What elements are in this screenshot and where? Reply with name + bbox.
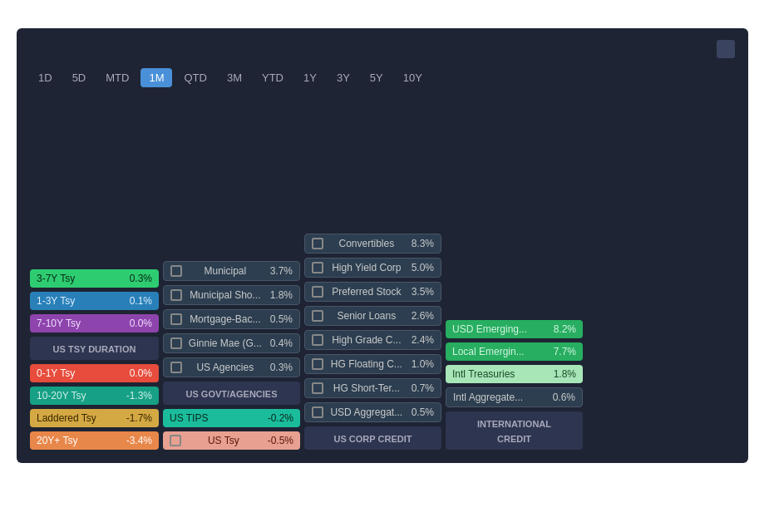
- cell-intl-aggregate[interactable]: Intl Aggregate... 0.6%: [446, 387, 583, 407]
- tab-3m[interactable]: 3M: [219, 68, 250, 87]
- cell-intl-treasuries[interactable]: Intl Treasuries 1.8%: [446, 365, 583, 383]
- checkbox-us-tsy[interactable]: [170, 435, 181, 446]
- cell-0-1y-tsy[interactable]: 0-1Y Tsy 0.0%: [30, 364, 159, 382]
- tab-1y[interactable]: 1Y: [295, 68, 325, 87]
- checkbox-convertibles[interactable]: [312, 238, 323, 249]
- checkbox-mortgage-bac[interactable]: [170, 313, 182, 325]
- cell-us-tips[interactable]: US TIPS -0.2%: [163, 409, 300, 427]
- column-us-govt: Municipal 3.7% Municipal Sho... 1.8% Mor…: [163, 157, 300, 450]
- tab-5y[interactable]: 5Y: [362, 68, 392, 87]
- widget-header: [30, 40, 735, 58]
- cell-7-10y-tsy[interactable]: 7-10Y Tsy 0.0%: [30, 314, 159, 332]
- chart-area: 3-7Y Tsy 0.3% 1-3Y Tsy 0.1% 7-10Y Tsy 0.…: [30, 99, 735, 450]
- cell-municipal[interactable]: Municipal 3.7%: [163, 261, 300, 281]
- cell-us-tsy[interactable]: US Tsy -0.5%: [163, 431, 300, 450]
- cell-local-emergin[interactable]: Local Emergin... 7.7%: [446, 342, 583, 361]
- cell-municipal-sho[interactable]: Municipal Sho... 1.8%: [163, 285, 300, 305]
- cell-1-3y-tsy[interactable]: 1-3Y Tsy 0.1%: [30, 292, 159, 310]
- tab-mtd[interactable]: MTD: [97, 68, 137, 87]
- column-intl-credit: USD Emerging... 8.2% Local Emergin... 7.…: [446, 187, 583, 450]
- cell-mortgage-bac[interactable]: Mortgage-Bac... 0.5%: [163, 309, 300, 329]
- checkbox-high-yield-corp[interactable]: [312, 262, 323, 273]
- cell-hg-short-ter[interactable]: HG Short-Ter... 0.7%: [304, 378, 441, 398]
- cell-preferred-stock[interactable]: Preferred Stock 3.5%: [304, 282, 441, 302]
- tab-qtd[interactable]: QTD: [175, 68, 214, 87]
- cell-10-20y-tsy[interactable]: 10-20Y Tsy -1.3%: [30, 387, 159, 405]
- intl-credit-label: INTERNATIONALCREDIT: [446, 411, 583, 450]
- cell-senior-loans[interactable]: Senior Loans 2.6%: [304, 306, 441, 326]
- tab-10y[interactable]: 10Y: [395, 68, 431, 87]
- tab-1d[interactable]: 1D: [30, 68, 61, 87]
- tab-5d[interactable]: 5D: [64, 68, 95, 87]
- checkbox-high-grade-c[interactable]: [312, 334, 323, 346]
- checkbox-preferred-stock[interactable]: [312, 286, 323, 298]
- checkbox-senior-loans[interactable]: [312, 310, 323, 322]
- tab-1m[interactable]: 1M: [141, 68, 172, 87]
- checkbox-ginnie-mae[interactable]: [170, 337, 182, 349]
- column-corp-credit: Convertibles 8.3% High Yield Corp 5.0% P…: [304, 234, 441, 450]
- cell-usd-emerging[interactable]: USD Emerging... 8.2%: [446, 320, 583, 338]
- cell-3-7y-tsy[interactable]: 3-7Y Tsy 0.3%: [30, 269, 159, 288]
- cell-hg-floating-c[interactable]: HG Floating C... 1.0%: [304, 354, 441, 374]
- cell-usd-aggregat[interactable]: USD Aggregat... 0.5%: [304, 402, 441, 422]
- cell-high-grade-c[interactable]: High Grade C... 2.4%: [304, 330, 441, 350]
- checkbox-hg-short-ter[interactable]: [312, 382, 323, 394]
- cell-laddered-tsy[interactable]: Laddered Tsy -1.7%: [30, 409, 159, 427]
- checkbox-us-agencies[interactable]: [170, 362, 182, 373]
- checkbox-municipal[interactable]: [170, 265, 182, 277]
- minimize-button[interactable]: [717, 40, 735, 58]
- checkbox-hg-floating-c[interactable]: [312, 358, 323, 370]
- column-tsy-duration: 3-7Y Tsy 0.3% 1-3Y Tsy 0.1% 7-10Y Tsy 0.…: [30, 99, 159, 450]
- cell-ginnie-mae[interactable]: Ginnie Mae (G... 0.4%: [163, 333, 300, 353]
- performance-rankings-widget: 1D5DMTD1MQTD3MYTD1Y3Y5Y10Y 3-7Y Tsy 0.3%…: [17, 28, 748, 463]
- us-govt-label: US GOVT/AGENCIES: [163, 382, 300, 405]
- cell-20y-tsy[interactable]: 20Y+ Tsy -3.4%: [30, 431, 159, 450]
- tab-ytd[interactable]: YTD: [254, 68, 292, 87]
- us-tsy-duration-label: US TSY DURATION: [30, 337, 159, 360]
- checkbox-usd-aggregat[interactable]: [312, 406, 323, 418]
- cell-convertibles[interactable]: Convertibles 8.3%: [304, 234, 441, 254]
- tab-3y[interactable]: 3Y: [328, 68, 358, 87]
- time-tabs: 1D5DMTD1MQTD3MYTD1Y3Y5Y10Y: [30, 68, 735, 87]
- us-corp-credit-label: US CORP CREDIT: [304, 426, 441, 450]
- checkbox-municipal-sho[interactable]: [170, 289, 182, 301]
- cell-high-yield-corp[interactable]: High Yield Corp 5.0%: [304, 258, 441, 278]
- cell-us-agencies[interactable]: US Agencies 0.3%: [163, 357, 300, 377]
